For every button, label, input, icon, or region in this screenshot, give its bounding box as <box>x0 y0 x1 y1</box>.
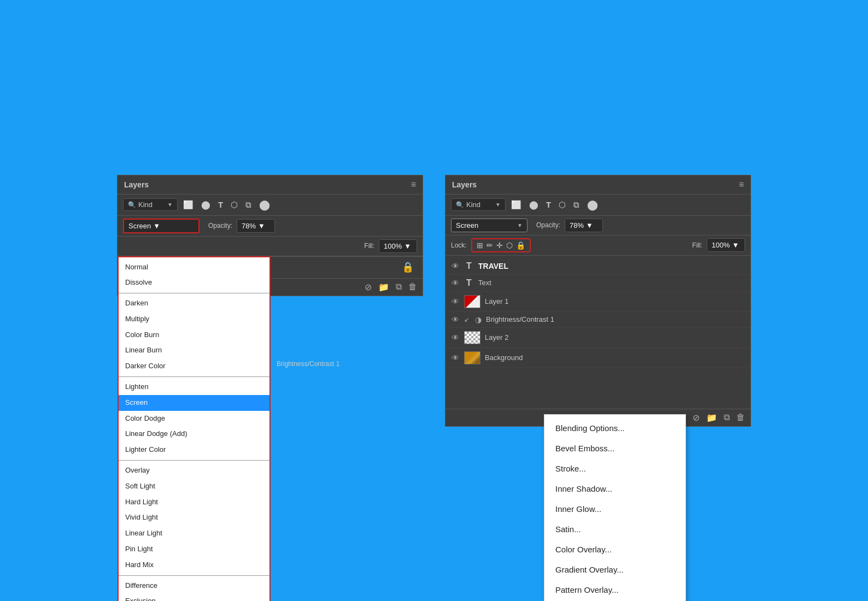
right-fx-button[interactable]: ⊘ <box>693 413 700 423</box>
left-new-layer-button[interactable]: ⧉ <box>396 282 402 292</box>
blend-mode-linear-dodge[interactable]: Linear Dodge (Add) <box>119 426 269 442</box>
left-filter-image-icon[interactable]: ⬜ <box>181 199 196 211</box>
blend-mode-hard-mix[interactable]: Hard Mix <box>119 557 269 573</box>
layer-text-name: Text <box>478 279 491 287</box>
lock-move-icon[interactable]: ✛ <box>496 241 503 250</box>
left-opacity-value: 78% <box>242 222 256 230</box>
blend-mode-color-dodge[interactable]: Color Dodge <box>119 411 269 427</box>
blend-mode-exclusion[interactable]: Exclusion <box>119 593 269 601</box>
blend-mode-vivid-light[interactable]: Vivid Light <box>119 510 269 526</box>
blend-mode-linear-burn[interactable]: Linear Burn <box>119 343 269 358</box>
blend-mode-linear-light[interactable]: Linear Light <box>119 526 269 541</box>
right-filter-text-icon[interactable]: T <box>544 199 553 210</box>
right-lock-label: Lock: <box>451 241 467 249</box>
layer-brightness-visibility[interactable]: 👁 <box>451 315 460 324</box>
lock-artboard-icon[interactable]: ⬡ <box>506 241 513 250</box>
left-blend-row: Screen ▼ Opacity: 78% ▼ <box>118 216 423 237</box>
left-search-icon: 🔍 <box>128 201 136 209</box>
right-opacity-dropdown[interactable]: 78% ▼ <box>565 219 603 232</box>
layer-background-name: Background <box>485 353 523 362</box>
right-panel-header: Layers ≡ <box>445 175 750 195</box>
blend-mode-color-burn[interactable]: Color Burn <box>119 327 269 343</box>
context-satin[interactable]: Satin... <box>544 519 685 539</box>
layer-travel-type-icon: T <box>464 261 474 271</box>
layer-item-travel[interactable]: 👁 T TRAVEL <box>445 258 750 275</box>
blend-mode-pin-light[interactable]: Pin Light <box>119 541 269 557</box>
right-filter-image-icon[interactable]: ⬜ <box>509 199 524 211</box>
right-blend-mode-dropdown[interactable]: Screen ▼ <box>451 219 527 232</box>
left-filter-shape-icon[interactable]: ⬡ <box>228 199 240 211</box>
context-pattern-overlay[interactable]: Pattern Overlay... <box>544 580 685 600</box>
blend-mode-screen[interactable]: Screen <box>119 395 269 411</box>
right-fill-value: 100% <box>712 241 730 249</box>
left-panel-header: Layers ≡ <box>118 175 423 195</box>
right-filter-pixel-icon[interactable]: ⬤ <box>585 198 600 212</box>
left-panel-menu-icon[interactable]: ≡ <box>411 180 416 190</box>
right-fill-arrow: ▼ <box>732 241 739 249</box>
blend-mode-lighter-color[interactable]: Lighter Color <box>119 442 269 458</box>
left-filter-text-icon[interactable]: T <box>216 199 225 210</box>
layer-item-layer2[interactable]: 👁 Layer 2 <box>445 328 750 348</box>
layer-layer1-visibility[interactable]: 👁 <box>451 297 460 306</box>
context-blending-options[interactable]: Blending Options... <box>544 418 685 438</box>
layer-text-visibility[interactable]: 👁 <box>451 279 460 287</box>
layer-layer2-name: Layer 2 <box>485 333 508 341</box>
blend-mode-darker-color[interactable]: Darker Color <box>119 358 269 374</box>
right-filter-smart-icon[interactable]: ⧉ <box>571 199 582 211</box>
right-new-group-button[interactable]: 📁 <box>706 413 717 423</box>
blend-mode-hard-light[interactable]: Hard Light <box>119 494 269 510</box>
lock-all-icon[interactable]: 🔒 <box>516 241 525 250</box>
context-stroke[interactable]: Stroke... <box>544 458 685 479</box>
left-filter-pixel-icon[interactable]: ⬤ <box>257 198 272 212</box>
brightness-label: Brightness/Contrast 1 <box>277 360 339 368</box>
blend-separator-1 <box>119 293 269 293</box>
blend-mode-dissolve[interactable]: Dissolve <box>119 275 269 291</box>
layer-item-layer1[interactable]: 👁 Layer 1 <box>445 292 750 312</box>
blend-mode-soft-light[interactable]: Soft Light <box>119 479 269 494</box>
context-bevel-emboss[interactable]: Bevel Emboss... <box>544 438 685 458</box>
lock-paint-icon[interactable]: ✏ <box>486 241 493 250</box>
left-opacity-dropdown[interactable]: 78% ▼ <box>237 219 275 233</box>
layer-brightness-clipped-icon: ↙ <box>464 316 470 323</box>
left-fx-button[interactable]: ⊘ <box>365 282 372 292</box>
left-fill-label: Fill: <box>364 242 374 250</box>
layer-layer2-visibility[interactable]: 👁 <box>451 333 460 342</box>
lock-checkerboard-icon[interactable]: ⊞ <box>477 241 483 250</box>
context-gradient-overlay[interactable]: Gradient Overlay... <box>544 559 685 580</box>
layer-brightness-name: Brightness/Contrast 1 <box>486 315 554 323</box>
left-kind-dropdown[interactable]: 🔍 Kind ▼ <box>123 198 178 211</box>
left-fill-dropdown[interactable]: 100% ▼ <box>379 239 417 253</box>
context-inner-glow[interactable]: Inner Glow... <box>544 499 685 519</box>
layer-travel-visibility[interactable]: 👁 <box>451 262 460 270</box>
right-panel-menu-icon[interactable]: ≡ <box>739 180 744 190</box>
blend-mode-overlay[interactable]: Overlay <box>119 463 269 479</box>
left-filter-smart-icon[interactable]: ⧉ <box>243 199 254 211</box>
blend-mode-multiply[interactable]: Multiply <box>119 311 269 327</box>
layer-item-background[interactable]: 👁 Background <box>445 348 750 368</box>
right-kind-arrow: ▼ <box>495 202 501 208</box>
right-delete-button[interactable]: 🗑 <box>736 413 745 422</box>
right-new-layer-button[interactable]: ⧉ <box>724 413 730 422</box>
layer-background-visibility[interactable]: 👁 <box>451 353 460 362</box>
left-filter-adjust-icon[interactable]: ⬤ <box>199 199 213 211</box>
context-color-overlay[interactable]: Color Overlay... <box>544 539 685 559</box>
left-kind-arrow: ▼ <box>167 202 173 208</box>
blend-mode-lighten[interactable]: Lighten <box>119 379 269 395</box>
left-opacity-label: Opacity: <box>208 222 232 229</box>
layer-item-brightness[interactable]: 👁 ↙ ◑ Brightness/Contrast 1 <box>445 312 750 328</box>
left-blend-mode-dropdown[interactable]: Screen ▼ <box>123 219 200 233</box>
left-new-group-button[interactable]: 📁 <box>378 282 389 292</box>
blend-mode-normal[interactable]: Normal <box>119 260 269 275</box>
layer-layer2-thumb <box>464 331 480 344</box>
context-inner-shadow[interactable]: Inner Shadow... <box>544 479 685 499</box>
layer-item-text[interactable]: 👁 T Text <box>445 275 750 292</box>
blend-separator-3 <box>119 460 269 461</box>
blend-mode-difference[interactable]: Difference <box>119 578 269 594</box>
right-fill-dropdown[interactable]: 100% ▼ <box>707 238 745 252</box>
right-filter-shape-icon[interactable]: ⬡ <box>556 199 568 211</box>
right-blend-mode-value: Screen <box>456 221 478 229</box>
right-filter-adjust-icon[interactable]: ⬤ <box>527 199 541 211</box>
right-kind-dropdown[interactable]: 🔍 Kind ▼ <box>451 198 506 211</box>
blend-mode-darken[interactable]: Darken <box>119 296 269 311</box>
left-delete-button[interactable]: 🗑 <box>408 282 417 292</box>
